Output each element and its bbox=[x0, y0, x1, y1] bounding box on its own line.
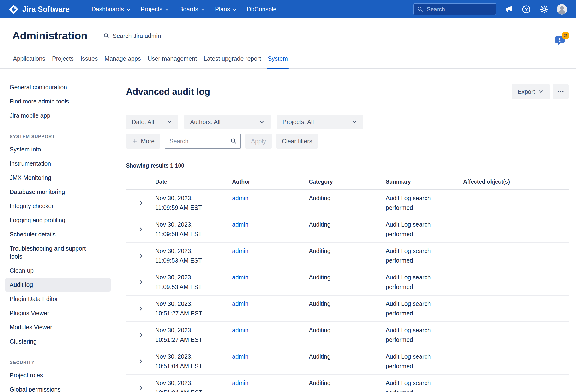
navbar-menu-item[interactable]: Boards bbox=[175, 3, 209, 15]
admin-tab[interactable]: User management bbox=[144, 55, 201, 68]
sidebar-item[interactable]: Troubleshooting and support tools bbox=[5, 242, 111, 263]
sidebar-item[interactable]: JMX Monitoring bbox=[5, 171, 111, 185]
chevron-right-icon bbox=[138, 253, 144, 259]
author-link[interactable]: admin bbox=[232, 247, 248, 254]
sidebar-item[interactable]: Project roles bbox=[5, 368, 111, 382]
announcements-button[interactable] bbox=[503, 4, 514, 15]
admin-tab[interactable]: Projects bbox=[49, 55, 77, 68]
cell-author: admin bbox=[232, 272, 309, 282]
cell-expand bbox=[126, 356, 155, 366]
admin-search[interactable]: Search Jira admin bbox=[103, 32, 161, 39]
sidebar-item[interactable]: Audit log bbox=[5, 278, 111, 292]
date-line: Nov 30, 2023, bbox=[155, 272, 232, 282]
expand-row-button[interactable] bbox=[136, 198, 146, 208]
navbar-menu-item[interactable]: Projects bbox=[137, 3, 173, 15]
audit-search-input[interactable] bbox=[165, 134, 241, 149]
navbar-menu-item[interactable]: Dashboards bbox=[88, 3, 135, 15]
cell-summary: Audit Log search performed bbox=[386, 378, 446, 392]
sidebar-item[interactable]: Find more admin tools bbox=[5, 94, 111, 108]
sidebar-item[interactable]: Logging and profiling bbox=[5, 213, 111, 227]
tab-label: Applications bbox=[13, 55, 45, 62]
settings-button[interactable] bbox=[539, 4, 549, 15]
sidebar-item[interactable]: Database monitoring bbox=[5, 185, 111, 199]
audit-log-table: Date Author Category Summary Affected ob… bbox=[126, 176, 569, 392]
projects-filter-dropdown[interactable]: Projects: All bbox=[277, 115, 363, 129]
export-button[interactable]: Export bbox=[512, 84, 550, 99]
authors-filter-dropdown[interactable]: Authors: All bbox=[184, 115, 271, 129]
author-link[interactable]: admin bbox=[232, 353, 248, 360]
brand-name: Jira Software bbox=[22, 5, 70, 14]
date-line: Nov 30, 2023, bbox=[155, 220, 232, 229]
admin-tab[interactable]: Issues bbox=[77, 55, 101, 68]
more-filters-label: More bbox=[141, 138, 155, 145]
cell-summary: Audit Log search performed bbox=[386, 325, 446, 344]
table-row: Nov 30, 2023, 10:51:27 AM EST admin Audi… bbox=[126, 296, 569, 322]
cell-date: Nov 30, 2023, 11:09:58 AM EST bbox=[155, 220, 232, 239]
expand-row-button[interactable] bbox=[136, 383, 146, 392]
date-filter-label: Date: All bbox=[132, 119, 154, 125]
user-avatar[interactable] bbox=[556, 4, 567, 15]
author-link[interactable]: admin bbox=[232, 221, 248, 228]
jira-brand[interactable]: Jira Software bbox=[9, 4, 70, 14]
sidebar-item[interactable]: Scheduler details bbox=[5, 228, 111, 241]
author-link[interactable]: admin bbox=[232, 195, 248, 201]
chevron-down-icon bbox=[351, 119, 357, 125]
sidebar-item[interactable]: Modules Viewer bbox=[5, 320, 111, 334]
feedback-button[interactable]: 2 bbox=[554, 35, 566, 47]
admin-header: Administration Search Jira admin Applica… bbox=[0, 19, 576, 69]
sidebar-item[interactable]: Plugins Viewer bbox=[5, 306, 111, 320]
column-header-date: Date bbox=[155, 179, 232, 185]
sidebar-section-security: SECURITY bbox=[10, 360, 116, 365]
navbar-menu-item[interactable]: Plans bbox=[211, 3, 241, 15]
sidebar-item[interactable]: Plugin Data Editor bbox=[5, 292, 111, 306]
expand-row-button[interactable] bbox=[136, 303, 146, 314]
filter-row-secondary: More Apply Clear filters bbox=[126, 134, 569, 149]
more-options-button[interactable] bbox=[553, 84, 569, 99]
sidebar-item-label: Plugins Viewer bbox=[10, 310, 49, 316]
time-line: 10:51:27 AM EST bbox=[155, 335, 232, 344]
cell-summary: Audit Log search performed bbox=[386, 272, 446, 292]
admin-tab[interactable]: Manage apps bbox=[101, 55, 144, 68]
navbar-search[interactable] bbox=[413, 3, 496, 15]
author-link[interactable]: admin bbox=[232, 327, 248, 333]
navbar-search-input[interactable] bbox=[413, 3, 496, 15]
sidebar-item-label: Clean up bbox=[10, 267, 34, 274]
chevron-down-icon bbox=[232, 7, 237, 12]
expand-row-button[interactable] bbox=[136, 356, 146, 366]
expand-row-button[interactable] bbox=[136, 277, 146, 287]
cell-expand bbox=[126, 330, 155, 340]
sidebar-item[interactable]: Instrumentation bbox=[5, 157, 111, 170]
sidebar-item-label: System info bbox=[10, 146, 41, 153]
author-link[interactable]: admin bbox=[232, 274, 248, 281]
search-icon[interactable] bbox=[230, 138, 237, 145]
sidebar-item[interactable]: Integrity checker bbox=[5, 199, 111, 213]
expand-row-button[interactable] bbox=[136, 251, 146, 261]
navbar-menu-label: Boards bbox=[179, 6, 198, 13]
author-link[interactable]: admin bbox=[232, 300, 248, 307]
more-filters-button[interactable]: More bbox=[126, 134, 160, 149]
main-panel: Advanced audit log Export bbox=[116, 69, 576, 392]
sidebar-item[interactable]: Global permissions bbox=[5, 383, 111, 392]
sidebar-item[interactable]: System info bbox=[5, 143, 111, 156]
plus-icon bbox=[132, 138, 138, 144]
admin-tab[interactable]: System bbox=[264, 55, 291, 68]
expand-row-button[interactable] bbox=[136, 224, 146, 235]
tab-label: Issues bbox=[80, 55, 98, 62]
help-button[interactable]: ? bbox=[521, 4, 532, 15]
navbar-menu-label: Dashboards bbox=[91, 6, 124, 13]
sidebar-item[interactable]: General configuration bbox=[5, 80, 111, 94]
sidebar-item[interactable]: Clean up bbox=[5, 264, 111, 277]
sidebar-item[interactable]: Clustering bbox=[5, 335, 111, 348]
navbar-menu-item[interactable]: DbConsole bbox=[243, 3, 280, 15]
author-link[interactable]: admin bbox=[232, 380, 248, 386]
apply-button[interactable]: Apply bbox=[245, 134, 272, 149]
clear-filters-button[interactable]: Clear filters bbox=[276, 134, 318, 149]
date-filter-dropdown[interactable]: Date: All bbox=[126, 115, 178, 129]
search-icon bbox=[103, 33, 110, 39]
top-navbar: Jira Software Dashboards Projects Boards bbox=[0, 0, 576, 19]
cell-summary: Audit Log search performed bbox=[386, 352, 446, 371]
sidebar-item[interactable]: Jira mobile app bbox=[5, 109, 111, 122]
admin-tab[interactable]: Applications bbox=[10, 55, 49, 68]
admin-tab[interactable]: Latest upgrade report bbox=[201, 55, 264, 68]
expand-row-button[interactable] bbox=[136, 330, 146, 340]
